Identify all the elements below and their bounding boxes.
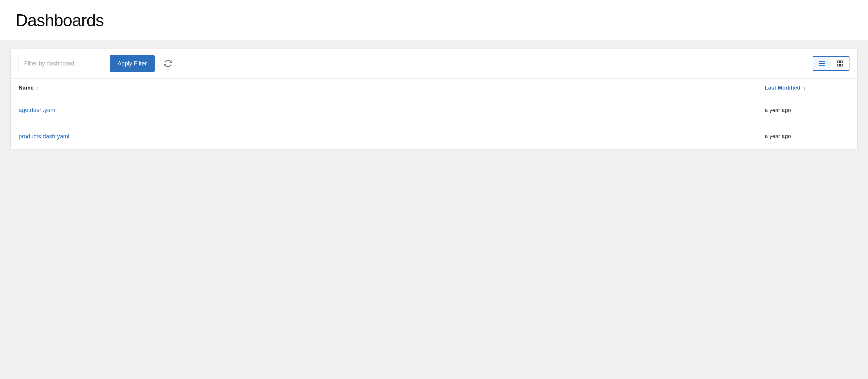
page-header: Dashboards (0, 0, 868, 40)
filter-input[interactable] (19, 55, 110, 72)
grid-icon (836, 60, 844, 67)
table-row: products.dash.yaml a year ago (11, 123, 857, 150)
table-body: age.dash.yaml a year ago products.dash.y… (11, 97, 857, 150)
modified-sort-icon[interactable]: ↓ (803, 85, 806, 91)
dashboard-link[interactable]: age.dash.yaml (19, 107, 57, 113)
dashboard-link[interactable]: products.dash.yaml (19, 133, 69, 140)
table-row: age.dash.yaml a year ago (11, 97, 857, 123)
content-card: Apply Filter (10, 48, 858, 150)
row-name-cell: age.dash.yaml (19, 107, 765, 114)
col-name: Name ↕ (19, 85, 765, 91)
grid-view-button[interactable] (831, 57, 849, 70)
row-name-cell: products.dash.yaml (19, 133, 765, 140)
svg-rect-5 (837, 64, 839, 66)
page-title: Dashboards (16, 10, 852, 30)
name-sort-icon[interactable]: ↕ (36, 85, 38, 91)
refresh-button[interactable] (161, 57, 175, 70)
list-view-button[interactable] (813, 57, 831, 70)
col-name-label: Name (19, 85, 34, 91)
apply-filter-button[interactable]: Apply Filter (110, 55, 155, 72)
main-content: Apply Filter (0, 40, 868, 379)
row-modified-cell: a year ago (765, 107, 849, 114)
list-icon (818, 60, 826, 67)
col-modified-label[interactable]: Last Modified (765, 85, 801, 91)
toolbar: Apply Filter (11, 49, 857, 79)
svg-rect-6 (841, 64, 843, 66)
view-toggle (813, 56, 849, 71)
refresh-icon (164, 59, 172, 68)
svg-rect-3 (837, 61, 839, 63)
table-header: Name ↕ Last Modified ↓ (11, 79, 857, 97)
col-modified: Last Modified ↓ (765, 85, 849, 91)
svg-rect-4 (841, 61, 843, 63)
row-modified-cell: a year ago (765, 133, 849, 140)
